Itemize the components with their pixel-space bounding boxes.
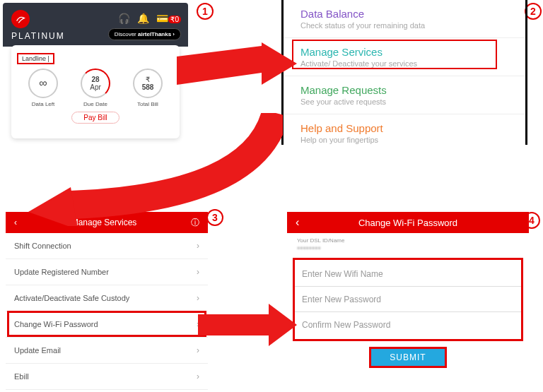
row-change-wifi-password[interactable]: Change Wi-Fi Password› (6, 311, 208, 338)
chevron-right-icon: › (197, 293, 199, 303)
row-update-email[interactable]: Update Email› (6, 338, 208, 364)
arrow-3-to-4 (198, 304, 297, 346)
new-password-input[interactable]: Enter New Password (295, 287, 521, 312)
home-card: 🎧 🔔 💳₹0 PLATINUM Discover airtelThanks ›… (3, 3, 188, 141)
row-update-number[interactable]: Update Registered Number› (6, 259, 208, 285)
header-title: Manage Services (71, 218, 137, 227)
change-wifi-header: ‹ Change Wi-Fi Password (287, 212, 529, 233)
due-date-widget[interactable]: 28Apr Due Date (71, 69, 120, 107)
chevron-right-icon: › (197, 241, 199, 251)
row-shift-connection[interactable]: Shift Connection› (6, 233, 208, 259)
dsl-id-value: •••••••• (297, 244, 529, 254)
step-badge-3: 3 (206, 209, 223, 226)
svg-marker-0 (177, 42, 297, 85)
header-title: Change Wi-Fi Password (358, 218, 457, 228)
dsl-id-label: Your DSL ID/Name (297, 237, 529, 244)
chevron-right-icon: › (197, 319, 199, 329)
manage-services-screen: ‹ Manage Services ⓘ Shift Connection› Up… (6, 212, 208, 390)
list-item-manage-requests[interactable]: Manage Requests See your active requests (284, 76, 525, 114)
total-bill-widget[interactable]: ₹588 Total Bill (123, 69, 173, 107)
manage-services-header: ‹ Manage Services ⓘ (6, 212, 208, 233)
wallet-icon[interactable]: 💳₹0 (156, 13, 181, 24)
airtel-logo-icon (11, 10, 30, 28)
headset-icon[interactable]: 🎧 (118, 13, 130, 24)
wifi-form: Enter New Wifi Name Enter New Password C… (293, 258, 523, 341)
change-wifi-screen: ‹ Change Wi-Fi Password Your DSL ID/Name… (287, 212, 529, 390)
plan-label: PLATINUM (11, 31, 65, 41)
row-safe-custody[interactable]: Activate/Deactivate Safe Custody› (6, 285, 208, 311)
back-icon[interactable]: ‹ (14, 218, 17, 227)
thanks-badge[interactable]: Discover airtelThanks › (108, 28, 181, 40)
account-card: Landline | ∞ Data Left 28Apr Due Date ₹5… (11, 45, 180, 138)
chevron-right-icon: › (197, 372, 199, 381)
row-ebill[interactable]: Ebill› (6, 364, 208, 390)
svg-marker-2 (198, 304, 297, 346)
wifi-name-input[interactable]: Enter New Wifi Name (295, 261, 521, 287)
pay-bill-button[interactable]: Pay Bill (71, 112, 119, 124)
step-badge-1: 1 (197, 3, 214, 20)
back-icon[interactable]: ‹ (296, 216, 299, 229)
help-icon[interactable]: ⓘ (191, 217, 199, 229)
confirm-password-input[interactable]: Confirm New Password (295, 312, 521, 338)
arrow-1-to-2 (177, 42, 297, 106)
chevron-right-icon: › (197, 345, 199, 355)
list-item-manage-services[interactable]: Manage Services Activate/ Deactivate you… (284, 37, 525, 76)
landline-number[interactable]: Landline | (17, 53, 54, 64)
chevron-right-icon: › (197, 267, 199, 277)
home-header: 🎧 🔔 💳₹0 PLATINUM Discover airtelThanks › (3, 3, 188, 47)
services-list: Data Balance Check status of your remain… (281, 0, 527, 145)
list-item-data-balance[interactable]: Data Balance Check status of your remain… (284, 0, 525, 37)
list-item-help-support[interactable]: Help and Support Help on your fingertips (284, 114, 525, 152)
bell-icon[interactable]: 🔔 (137, 13, 149, 24)
submit-button[interactable]: SUBMIT (369, 347, 447, 368)
data-left-widget[interactable]: ∞ Data Left (18, 69, 68, 107)
